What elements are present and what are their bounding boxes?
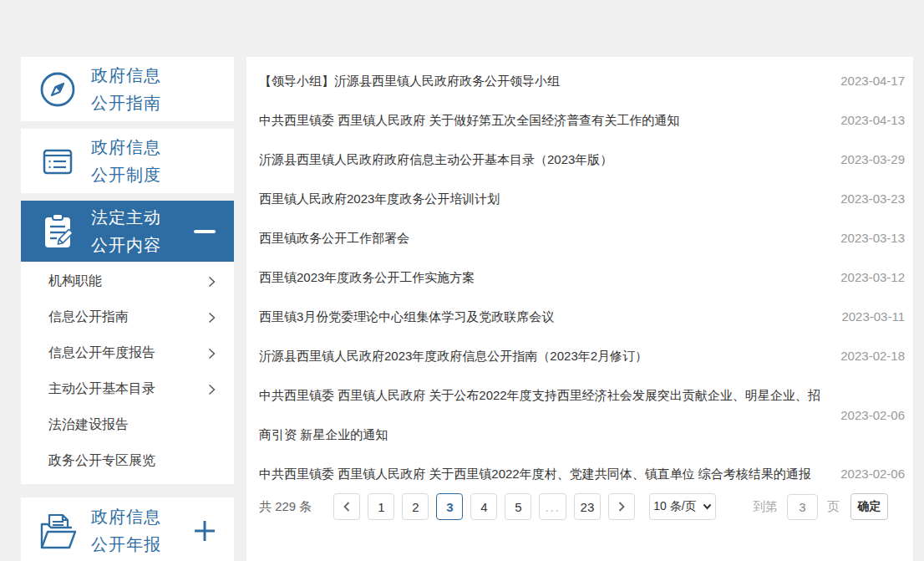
chevron-right-icon (206, 275, 217, 288)
article-title[interactable]: 西里镇人民政府2023年度政务公开培训计划 (259, 179, 840, 218)
sidebar-item-label: 政府信息 公开制度 (91, 134, 234, 189)
chevron-right-icon (206, 383, 217, 396)
article-row[interactable]: 西里镇3月份党委理论中心组集体学习及党政联席会议 2023-03-11 (259, 297, 905, 336)
article-date: 2023-04-17 (840, 74, 905, 88)
article-row[interactable]: 西里镇政务公开工作部署会 2023-03-13 (259, 218, 905, 258)
article-row[interactable]: 中共西里镇委 西里镇人民政府 关于做好第五次全国经济普查有关工作的通知 2023… (259, 100, 905, 140)
submenu-item-label: 主动公开基本目录 (48, 380, 155, 398)
expand-plus-icon[interactable] (194, 520, 216, 542)
book-icon (34, 141, 81, 181)
sidebar-submenu-item[interactable]: 政务公开专区展览 (21, 443, 234, 479)
article-row[interactable]: 沂源县西里镇人民政府2023年度政府信息公开指南（2023年2月修订） 2023… (259, 336, 905, 375)
chevron-right-icon (617, 501, 627, 513)
sidebar-item-annual-report[interactable]: 政府信息 公开年报 (21, 497, 234, 561)
article-date: 2023-02-06 (840, 467, 905, 481)
page-number-button[interactable]: 4 (470, 493, 497, 520)
page-size-value: 10 条/页 (653, 499, 696, 514)
page-number-buttons: 1 2 3 4 5 ... 23 (368, 493, 608, 520)
article-date: 2023-03-13 (840, 231, 905, 245)
chevron-right-icon (206, 311, 217, 324)
sidebar-submenu-item[interactable]: 信息公开年度报告 (21, 335, 234, 371)
sidebar-item-gov-info-system[interactable]: 政府信息 公开制度 (21, 129, 234, 193)
submenu-item-label: 信息公开年度报告 (48, 344, 155, 362)
article-row[interactable]: 西里镇人民政府2023年度政务公开培训计划 2023-03-23 (259, 179, 905, 218)
article-date: 2023-03-11 (841, 309, 905, 324)
folder-icon (34, 510, 81, 552)
article-title[interactable]: 沂源县西里镇人民政府政府信息主动公开基本目录（2023年版） (259, 140, 840, 179)
sidebar-item-gov-info-guide[interactable]: 政府信息 公开指南 (21, 57, 234, 121)
article-date: 2023-02-18 (840, 349, 905, 363)
chevron-down-icon (703, 503, 712, 510)
goto-page-prefix: 到第 (753, 499, 778, 515)
article-title[interactable]: 西里镇政务公开工作部署会 (259, 218, 840, 258)
article-date: 2023-03-12 (840, 270, 905, 284)
goto-page-suffix: 页 (827, 499, 840, 515)
article-title[interactable]: 中共西里镇委 西里镇人民政府 关于公布2022年度支持西里经济社会发展突出贡献企… (259, 375, 840, 454)
page-number-button[interactable]: 23 (574, 493, 601, 520)
goto-confirm-button[interactable]: 确定 (850, 493, 888, 520)
sidebar-submenu-item[interactable]: 法治建设报告 (21, 407, 234, 443)
article-list: 【领导小组】沂源县西里镇人民政府政务公开领导小组 2023-04-17 中共西里… (259, 61, 905, 493)
pagination-bar: 共 229 条 1 2 3 4 5 ... 23 10 条/页 (259, 493, 905, 520)
article-row[interactable]: 中共西里镇委 西里镇人民政府 关于公布2022年度支持西里经济社会发展突出贡献企… (259, 375, 905, 454)
next-page-button[interactable] (608, 493, 635, 520)
page-size-select[interactable]: 10 条/页 (649, 493, 716, 520)
article-row[interactable]: 中共西里镇委 西里镇人民政府 关于西里镇2022年度村、党建共同体、镇直单位 综… (259, 454, 905, 493)
page-number-button[interactable]: 5 (505, 493, 531, 520)
sidebar-submenu-item[interactable]: 机构职能 (21, 263, 234, 299)
article-row[interactable]: 沂源县西里镇人民政府政府信息主动公开基本目录（2023年版） 2023-03-2… (259, 140, 905, 179)
page-number-button[interactable]: 1 (368, 493, 394, 520)
article-title[interactable]: 【领导小组】沂源县西里镇人民政府政务公开领导小组 (259, 61, 840, 100)
article-row[interactable]: 【领导小组】沂源县西里镇人民政府政务公开领导小组 2023-04-17 (259, 61, 905, 100)
article-date: 2023-04-13 (840, 113, 905, 127)
collapse-minus-icon[interactable] (194, 230, 216, 233)
sidebar-submenu: 机构职能 信息公开指南 信息公开年度报告 主动公开基本目录 (21, 262, 234, 484)
prev-page-button[interactable] (333, 493, 360, 520)
article-row[interactable]: 西里镇2023年度政务公开工作实施方案 2023-03-12 (259, 258, 905, 297)
sidebar-item-label: 政府信息 公开指南 (91, 62, 234, 117)
submenu-item-label: 机构职能 (48, 273, 102, 290)
page-number-button[interactable]: 3 (436, 493, 463, 520)
article-title[interactable]: 沂源县西里镇人民政府2023年度政府信息公开指南（2023年2月修订） (259, 336, 840, 375)
total-count-label: 共 229 条 (259, 499, 312, 515)
article-date: 2023-02-06 (840, 408, 905, 422)
sidebar: 政府信息 公开指南 政府信息 公开制度 (21, 57, 234, 561)
page-number-button[interactable]: 2 (402, 493, 429, 520)
clipboard-pencil-icon (34, 212, 81, 252)
sidebar-submenu-item[interactable]: 主动公开基本目录 (21, 371, 234, 407)
article-date: 2023-03-29 (840, 152, 905, 166)
sidebar-item-label: 政府信息 公开年报 (91, 503, 194, 558)
goto-page-input[interactable] (787, 494, 818, 520)
sidebar-submenu-item[interactable]: 信息公开指南 (21, 299, 234, 335)
article-title[interactable]: 西里镇3月份党委理论中心组集体学习及党政联席会议 (259, 297, 841, 336)
submenu-item-label: 政务公开专区展览 (48, 452, 155, 470)
sidebar-item-statutory-disclosure[interactable]: 法定主动 公开内容 (21, 201, 234, 262)
gov-info-disclosure-page: 政府信息 公开指南 政府信息 公开制度 (0, 0, 924, 561)
submenu-item-label: 法治建设报告 (48, 416, 129, 434)
compass-icon (34, 69, 81, 110)
page-number-button[interactable]: ... (539, 493, 566, 520)
article-title[interactable]: 中共西里镇委 西里镇人民政府 关于西里镇2022年度村、党建共同体、镇直单位 综… (259, 454, 840, 493)
chevron-right-icon (206, 347, 217, 360)
chevron-left-icon (342, 501, 352, 513)
submenu-item-label: 信息公开指南 (48, 309, 129, 326)
article-list-panel: 【领导小组】沂源县西里镇人民政府政务公开领导小组 2023-04-17 中共西里… (246, 57, 913, 561)
article-date: 2023-03-23 (840, 191, 905, 206)
sidebar-item-label: 法定主动 公开内容 (91, 204, 194, 259)
article-title[interactable]: 中共西里镇委 西里镇人民政府 关于做好第五次全国经济普查有关工作的通知 (259, 100, 840, 140)
article-title[interactable]: 西里镇2023年度政务公开工作实施方案 (259, 258, 840, 297)
